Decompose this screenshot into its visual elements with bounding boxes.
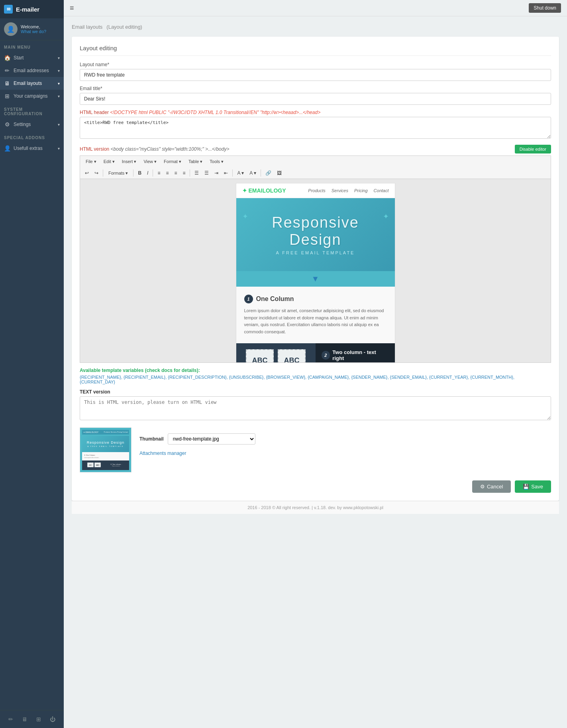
sidebar-item-extras[interactable]: 👤 Usefull extras ▾ — [0, 142, 64, 155]
grid-bottom-icon[interactable]: ⊞ — [35, 714, 43, 724]
sidebar-bottom-bar: ✏ 🖥 ⊞ ⏻ — [0, 710, 64, 728]
table-menu-button[interactable]: Table ▾ — [185, 157, 206, 166]
email-arrow: ▼ — [236, 271, 395, 287]
edit-bottom-icon[interactable]: ✏ — [7, 714, 15, 724]
editor-preview[interactable]: ✦ EMAILOLOGY Products Services Pricing C… — [80, 179, 551, 363]
align-justify-button[interactable]: ≡ — [180, 169, 188, 177]
abc-box-2-text: ABC — [284, 356, 300, 362]
email-title-input[interactable] — [80, 93, 551, 105]
card-title: Layout editing — [80, 45, 551, 56]
formats-dropdown[interactable]: Formats ▾ — [105, 169, 131, 177]
avatar: 👤 — [4, 22, 18, 36]
welcome-text: Welcome, — [21, 24, 46, 29]
arrow-down-icon: ▼ — [312, 274, 320, 283]
thumbnail-section: ✦ EMAILOLOGY Products Services Pricing C… — [80, 427, 551, 472]
sidebar-item-settings[interactable]: ⚙ Settings ▾ — [0, 118, 64, 131]
html-header-textarea[interactable]: <title>RWD free template</title> — [80, 117, 551, 139]
file-menu-button[interactable]: File ▾ — [82, 157, 100, 166]
unordered-list-button[interactable]: ☰ — [192, 169, 201, 177]
user-panel: 👤 Welcome, What we do? — [0, 18, 64, 40]
layout-name-group: Layout name* — [80, 62, 551, 81]
image-button[interactable]: 🖼 — [275, 169, 284, 177]
user-subtitle[interactable]: What we do? — [21, 29, 46, 34]
view-menu-button[interactable]: View ▾ — [140, 157, 160, 166]
template-vars-list: {RECIPIENT_NAME}, {RECIPIENT_EMAIL}, {RE… — [80, 375, 551, 384]
app-logo: ✉ E-mailer — [0, 0, 64, 18]
html-header-group: HTML header <!DOCTYPE html PUBLIC "-//W3… — [80, 110, 551, 140]
logo-icon: ✉ — [4, 5, 13, 14]
home-icon: 🏠 — [4, 55, 10, 61]
sidebar-item-email-layouts[interactable]: 🖥 Email layouts ▾ — [0, 77, 64, 90]
italic-button[interactable]: I — [145, 169, 151, 177]
editor-preview-inner: ✦ EMAILOLOGY Products Services Pricing C… — [80, 179, 551, 362]
cancel-icon: ⚙ — [480, 484, 485, 490]
save-button[interactable]: 💾 Save — [515, 480, 551, 493]
email-nav: ✦ EMAILOLOGY Products Services Pricing C… — [236, 183, 395, 198]
ordered-list-button[interactable]: ☰ — [202, 169, 211, 177]
editor-toolbar-row1: File ▾ Edit ▾ Insert ▾ View ▾ Format ▾ T… — [80, 155, 551, 167]
thumbnail-preview: ✦ EMAILOLOGY Products Services Pricing C… — [80, 427, 131, 472]
redo-button[interactable]: ↪ — [92, 169, 101, 177]
chevron-right-icon-2: ▾ — [58, 69, 60, 73]
save-icon: 💾 — [523, 484, 529, 490]
abc-box-1-text: ABC — [252, 356, 268, 362]
special-addons-title: SPECIAL ADDONS — [0, 131, 64, 142]
disable-editor-button[interactable]: Disable editor — [515, 145, 551, 153]
bg-color-button[interactable]: A ▾ — [247, 169, 259, 177]
screen-bottom-icon[interactable]: 🖥 — [20, 714, 29, 724]
section1-heading: 1 One Column — [244, 295, 387, 303]
sidebar-item-email-addresses[interactable]: ✏ Email addresses ▾ — [0, 64, 64, 77]
action-buttons: ⚙ Cancel 💾 Save — [80, 480, 551, 493]
font-color-button[interactable]: A ▾ — [235, 169, 246, 177]
sidebar-item-email-layouts-label: Email layouts — [14, 81, 42, 86]
email-hero: ✦ Responsive Design A FREE EMAIL TEMPLAT… — [236, 198, 395, 271]
nav-link-services: Services — [332, 188, 348, 193]
topbar: ≡ Shut down — [64, 0, 567, 16]
star-left-icon: ✦ — [242, 212, 248, 221]
sidebar-item-extras-label: Usefull extras — [14, 146, 43, 151]
html-header-label: HTML header <!DOCTYPE html PUBLIC "-//W3… — [80, 110, 551, 115]
cancel-button[interactable]: ⚙ Cancel — [472, 480, 511, 493]
text-version-textarea[interactable] — [80, 396, 551, 420]
html-header-code-label: <!DOCTYPE html PUBLIC "-//W3C//DTD XHTML… — [110, 110, 320, 115]
page-content: Email layouts (Layout editing) Layout ed… — [64, 16, 567, 728]
sidebar-item-campaigns[interactable]: ⊞ Your campaigns ▾ — [0, 90, 64, 102]
section2-badge: 2 — [322, 351, 330, 360]
thumbnail-right: Thumbnail nwd-free-template.jpg Attachme… — [139, 427, 551, 456]
html-version-bar: HTML version <body class="myClass" style… — [80, 145, 551, 153]
indent-button[interactable]: ⇥ — [212, 169, 221, 177]
sidebar-item-start[interactable]: 🏠 Start ▾ — [0, 51, 64, 64]
align-right-button[interactable]: ≡ — [172, 169, 179, 177]
abc-box-1: ABC REGULAR — [246, 349, 274, 362]
layout-name-input[interactable] — [80, 69, 551, 81]
star-right-icon: ✦ — [383, 212, 389, 221]
undo-button[interactable]: ↩ — [82, 169, 91, 177]
section1-title: One Column — [256, 295, 294, 303]
outdent-button[interactable]: ⇤ — [222, 169, 230, 177]
chevron-right-icon: ▾ — [58, 56, 60, 60]
tools-menu-button[interactable]: Tools ▾ — [206, 157, 227, 166]
format-menu-button[interactable]: Format ▾ — [161, 157, 184, 166]
bold-button[interactable]: B — [135, 169, 144, 177]
edit-menu-button[interactable]: Edit ▾ — [100, 157, 118, 166]
abc-box-2: ABC BOLD — [278, 349, 306, 362]
hamburger-icon[interactable]: ≡ — [70, 4, 74, 12]
email-title-group: Email title* — [80, 86, 551, 105]
section1-body: Lorem ipsum dolor sit amet, consectetur … — [244, 307, 387, 335]
align-center-button[interactable]: ≡ — [163, 169, 171, 177]
html-version-code: <body class="myClass" style="width:100%;… — [111, 146, 230, 152]
align-left-button[interactable]: ≡ — [155, 169, 163, 177]
save-label: Save — [531, 484, 543, 490]
attachments-manager-link[interactable]: Attachments manager — [139, 451, 186, 456]
hero-title: Responsive Design — [244, 214, 387, 248]
toolbar-separator-2 — [133, 169, 133, 177]
shutdown-button[interactable]: Shut down — [529, 3, 561, 13]
insert-menu-button[interactable]: Insert ▾ — [119, 157, 140, 166]
screen-icon: 🖥 — [4, 80, 10, 87]
editor-toolbar-row2: ↩ ↪ Formats ▾ B I ≡ ≡ ≡ ≡ ☰ ☰ ⇥ ⇤ A ▾ A … — [80, 167, 551, 179]
editor-wrapper: ✦ EMAILOLOGY Products Services Pricing C… — [80, 179, 551, 363]
toolbar-separator-4 — [190, 169, 190, 177]
thumbnail-select[interactable]: nwd-free-template.jpg — [168, 433, 255, 445]
link-button[interactable]: 🔗 — [263, 169, 274, 177]
power-bottom-icon[interactable]: ⏻ — [48, 714, 57, 724]
